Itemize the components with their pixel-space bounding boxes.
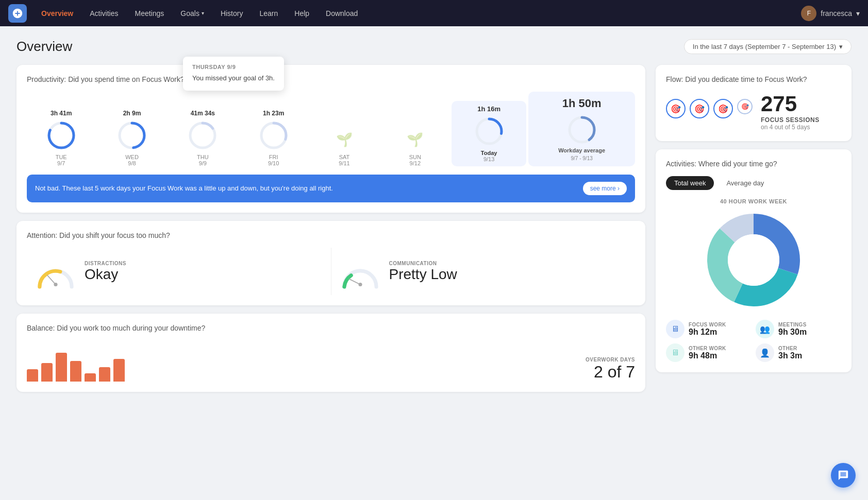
focus-work-icon: 🖥 <box>666 320 685 338</box>
bar-7 <box>113 359 125 382</box>
productivity-card: Productivity: Did you spend time on Focu… <box>16 65 645 213</box>
communication-label-group: COMMUNICATION Pretty Low <box>389 261 457 283</box>
communication-section: COMMUNICATION Pretty Low <box>331 248 636 295</box>
flow-card-title: Flow: Did you dedicate time to Focus Wor… <box>666 75 841 83</box>
distractions-section: DISTRACTIONS Okay <box>27 248 331 295</box>
balance-card-title: Balance: Did you work too much during yo… <box>27 324 635 332</box>
nav-item-goals[interactable]: Goals ▾ <box>174 6 210 21</box>
svg-line-13 <box>47 275 56 285</box>
bar-3 <box>56 353 67 382</box>
day-sat: - 🌱 SAT 9/11 <box>310 115 378 166</box>
bar-2 <box>41 363 53 382</box>
avatar: F <box>801 6 816 21</box>
day-tue[interactable]: 3h 41m TUE 9/7 <box>27 110 95 166</box>
donut-chart <box>666 209 841 312</box>
day-fri[interactable]: 1h 23m FRI 9/10 <box>239 110 308 166</box>
distractions-label-group: DISTRACTIONS Okay <box>85 261 126 283</box>
flow-icon-4: 🎯 <box>737 99 753 114</box>
overwork-stat: OVERWORK DAYS 2 of 7 <box>586 357 635 382</box>
nav-item-learn[interactable]: Learn <box>253 6 284 21</box>
legend-other: 👤 OTHER 3h 3m <box>756 343 841 362</box>
attention-card: Attention: Did you shift your focus too … <box>16 221 645 305</box>
svg-point-20 <box>728 234 779 286</box>
communication-gauge <box>340 256 381 287</box>
see-more-button[interactable]: see more › <box>583 182 627 195</box>
flow-icons: 🎯 🎯 🎯 🎯 <box>666 99 753 118</box>
page-header: Overview In the last 7 days (September 7… <box>16 39 852 55</box>
page-title: Overview <box>16 39 72 55</box>
nav-item-overview[interactable]: Overview <box>35 6 79 21</box>
flow-icon-1: 🎯 <box>666 99 686 118</box>
tooltip-message: You missed your goal of 3h. <box>192 73 275 83</box>
date-range-button[interactable]: In the last 7 days (September 7 - Septem… <box>684 39 852 54</box>
tooltip: THURSDAY 9/9 You missed your goal of 3h. <box>183 57 284 91</box>
goals-arrow-icon: ▾ <box>202 10 204 16</box>
nav-item-activities[interactable]: Activities <box>84 6 124 21</box>
tab-total-week[interactable]: Total week <box>666 176 714 190</box>
gauges-row: DISTRACTIONS Okay <box>27 248 635 295</box>
nav-bar: Overview Activities Meetings Goals ▾ His… <box>0 0 868 26</box>
bar-6 <box>99 367 110 382</box>
productivity-card-title: Productivity: Did you spend time on Focu… <box>27 75 635 83</box>
svg-line-15 <box>349 279 360 285</box>
day-thu[interactable]: 41m 34s THU 9/9 <box>169 110 237 166</box>
tabs-row: Total week Average day <box>666 176 841 190</box>
legend-other-work: 🖥 OTHER WORK 9h 48m <box>666 343 752 362</box>
nav-item-help[interactable]: Help <box>288 6 315 21</box>
nav-user[interactable]: F francesca ▾ <box>801 6 860 21</box>
distractions-gauge <box>35 256 76 287</box>
productivity-banner: Not bad. These last 5 work days your Foc… <box>27 175 635 202</box>
bar-4 <box>70 361 81 382</box>
other-icon: 👤 <box>756 343 774 362</box>
date-range-chevron-icon: ▾ <box>839 43 843 50</box>
nav-item-history[interactable]: History <box>214 6 249 21</box>
legend: 🖥 FOCUS WORK 9h 12m 👥 MEETINGS 9h 30m <box>666 320 841 362</box>
user-chevron-icon: ▾ <box>856 9 860 18</box>
meetings-icon: 👥 <box>756 320 774 338</box>
balance-bars <box>27 340 125 382</box>
other-work-icon: 🖥 <box>666 343 685 362</box>
legend-focus-work: 🖥 FOCUS WORK 9h 12m <box>666 320 752 338</box>
day-today[interactable]: 1h 16m Today 9/13 <box>452 101 526 166</box>
day-wed[interactable]: 2h 9m WED 9/8 <box>97 110 166 166</box>
activities-card-title: Activities: Where did your time go? <box>666 160 841 168</box>
flow-icon-3: 🎯 <box>713 99 733 118</box>
workday-average: 1h 50m Workday average 9/7 - 9/13 <box>528 92 635 166</box>
flow-icon-2: 🎯 <box>690 99 709 118</box>
legend-meetings: 👥 MEETINGS 9h 30m <box>756 320 841 338</box>
bar-5 <box>85 373 96 382</box>
flow-content: 🎯 🎯 🎯 🎯 275 FOCUS SESSIONS on 4 out of 5… <box>666 92 841 131</box>
bar-1 <box>27 369 38 382</box>
balance-card: Balance: Did you work too much during yo… <box>16 314 645 392</box>
flow-stat: 275 FOCUS SESSIONS on 4 out of 5 days <box>761 92 820 131</box>
activities-card: Activities: Where did your time go? Tota… <box>656 149 852 372</box>
nav-item-meetings[interactable]: Meetings <box>129 6 171 21</box>
tooltip-date: THURSDAY 9/9 <box>192 64 275 70</box>
day-sun: - 🌱 SUN 9/12 <box>381 115 449 166</box>
attention-card-title: Attention: Did you shift your focus too … <box>27 231 635 239</box>
tab-average-day[interactable]: Average day <box>718 176 772 190</box>
work-week-label: 40 HOUR WORK WEEK <box>666 198 841 204</box>
balance-inner: OVERWORK DAYS 2 of 7 <box>27 340 635 382</box>
nav-logo[interactable] <box>8 4 27 23</box>
nav-item-download[interactable]: Download <box>320 6 364 21</box>
flow-card: Flow: Did you dedicate time to Focus Wor… <box>656 65 852 141</box>
productivity-days: 3h 41m TUE 9/7 2h 9m <box>27 92 635 166</box>
